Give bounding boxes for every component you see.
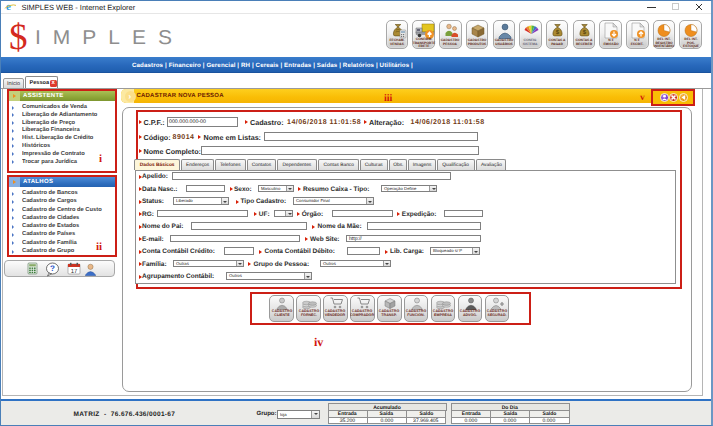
svg-text:17: 17 [71,268,78,275]
svg-text:?: ? [50,264,55,273]
